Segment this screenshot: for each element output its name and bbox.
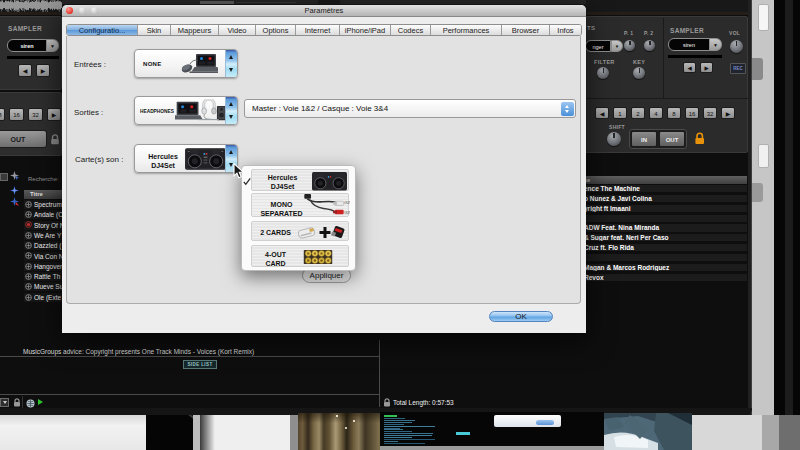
- svg-text:OUT2: OUT2: [344, 211, 350, 215]
- svg-text:OUT1: OUT1: [344, 201, 350, 205]
